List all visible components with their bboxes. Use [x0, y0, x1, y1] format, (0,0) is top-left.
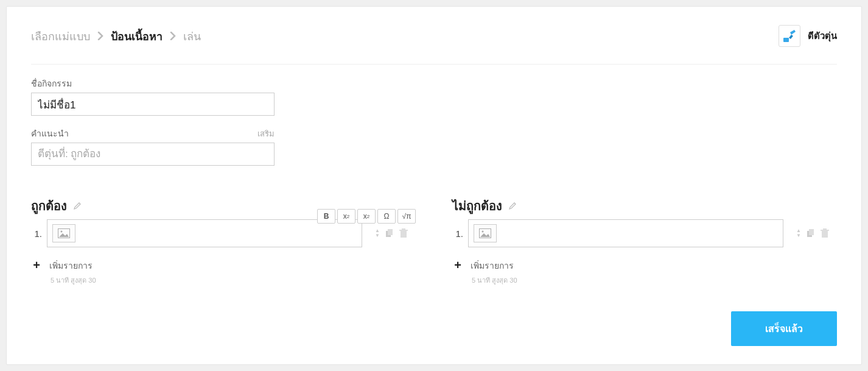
format-toolbar: B x2 x2 Ω √π: [317, 209, 416, 224]
bold-button[interactable]: B: [317, 209, 335, 224]
trash-icon[interactable]: [821, 228, 829, 238]
sort-icon[interactable]: ▲▼: [375, 228, 380, 238]
svg-rect-6: [399, 230, 408, 231]
activity-name-field: ชื่อกิจกรรม: [31, 77, 275, 116]
breadcrumb-step-2[interactable]: ป้อนเนื้อหา: [111, 27, 163, 45]
chevron-right-icon: [97, 32, 103, 40]
subscript-button[interactable]: x2: [357, 209, 376, 224]
add-item-label: เพิ่มรายการ: [49, 259, 93, 272]
correct-column: ถูกต้อง B x2 x2 Ω √π 1.: [31, 196, 416, 286]
editor-card: เลือกแม่แบบ ป้อนเนื้อหา เล่น ตีตัวตุ่น: [6, 6, 862, 365]
list-item: 1. ▲▼: [452, 219, 837, 247]
svg-rect-11: [809, 229, 814, 235]
incorrect-column: ไม่ถูกต้อง 1. ▲▼: [452, 196, 837, 286]
row-controls: ▲▼: [367, 228, 416, 238]
plus-icon: +: [31, 258, 42, 272]
header: เลือกแม่แบบ ป้อนเนื้อหา เล่น ตีตัวตุ่น: [31, 25, 837, 65]
svg-rect-5: [401, 231, 407, 238]
item-input[interactable]: [468, 219, 783, 247]
svg-point-2: [61, 231, 63, 233]
instructions-label: คำแนะนำ: [31, 127, 69, 140]
svg-rect-13: [821, 230, 829, 231]
pencil-icon[interactable]: [508, 202, 517, 210]
activity-name-input[interactable]: [31, 93, 275, 116]
svg-rect-7: [402, 228, 405, 230]
sort-icon[interactable]: ▲▼: [796, 228, 801, 238]
activity-name-label: ชื่อกิจกรรม: [31, 77, 72, 90]
breadcrumb-step-3[interactable]: เล่น: [183, 27, 201, 45]
row-controls: ▲▼: [788, 228, 837, 238]
main-body: ชื่อกิจกรรม คำแนะนำ เสริม ถูกต้อง: [31, 65, 837, 286]
svg-rect-14: [823, 228, 827, 230]
whack-a-mole-icon: [779, 25, 800, 47]
instructions-input[interactable]: [31, 143, 275, 166]
item-hint: 5 นาที สูงสุด 30: [472, 275, 837, 286]
svg-rect-0: [783, 38, 789, 42]
item-input[interactable]: [47, 219, 362, 247]
columns: ถูกต้อง B x2 x2 Ω √π 1.: [31, 196, 837, 286]
breadcrumb-step-1[interactable]: เลือกแม่แบบ: [31, 27, 90, 45]
instructions-optional-label: เสริม: [257, 127, 275, 140]
add-item-button[interactable]: + เพิ่มรายการ: [31, 258, 416, 272]
copy-icon[interactable]: [806, 228, 816, 238]
add-item-label: เพิ่มรายการ: [471, 259, 514, 272]
item-hint: 5 นาที สูงสุด 30: [51, 275, 416, 286]
svg-rect-12: [822, 231, 828, 238]
incorrect-title: ไม่ถูกต้อง: [452, 196, 502, 216]
add-item-button[interactable]: + เพิ่มรายการ: [452, 258, 837, 272]
footer: เสร็จแล้ว: [731, 311, 837, 346]
copy-icon[interactable]: [385, 228, 394, 238]
omega-button[interactable]: Ω: [377, 209, 396, 224]
done-button[interactable]: เสร็จแล้ว: [731, 311, 837, 346]
game-name-label: ตีตัวตุ่น: [808, 29, 837, 43]
game-title: ตีตัวตุ่น: [779, 25, 837, 47]
item-number: 1.: [452, 228, 463, 239]
instructions-field: คำแนะนำ เสริม: [31, 127, 275, 166]
item-number: 1.: [31, 228, 42, 239]
breadcrumb: เลือกแม่แบบ ป้อนเนื้อหา เล่น: [31, 27, 201, 45]
image-icon[interactable]: [52, 224, 75, 242]
correct-title: ถูกต้อง: [31, 196, 67, 216]
image-icon[interactable]: [474, 224, 497, 242]
svg-rect-4: [388, 229, 393, 235]
svg-point-9: [482, 231, 484, 233]
sqrt-button[interactable]: √π: [397, 209, 416, 224]
superscript-button[interactable]: x2: [337, 209, 355, 224]
trash-icon[interactable]: [399, 228, 408, 238]
chevron-right-icon: [170, 32, 176, 40]
pencil-icon[interactable]: [73, 202, 82, 210]
plus-icon: +: [452, 258, 463, 272]
